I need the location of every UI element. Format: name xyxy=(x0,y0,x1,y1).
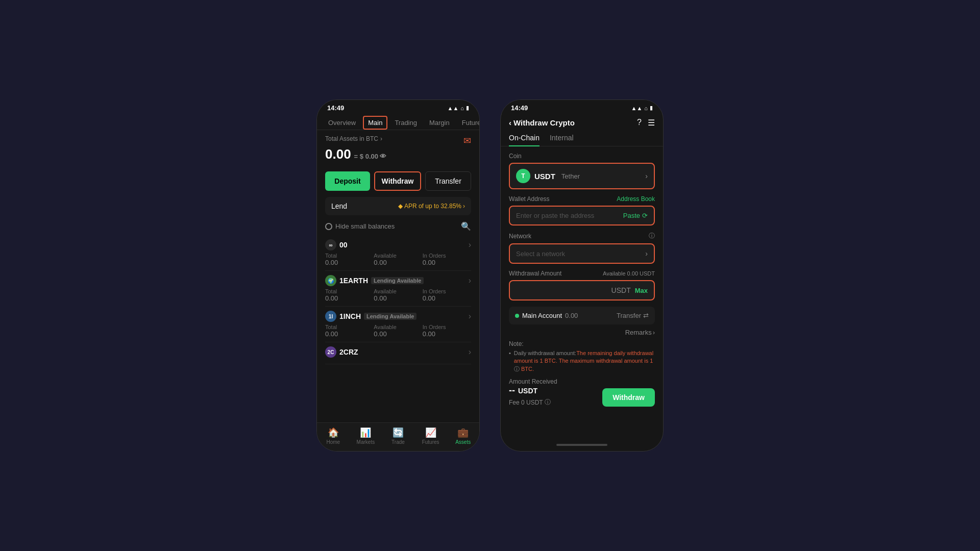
assets-label: Total Assets in BTC › xyxy=(325,135,382,142)
bal-col-total: Total 0.00 xyxy=(325,288,374,302)
asset-icon-1earth: 🌍 xyxy=(325,275,336,286)
nav-home[interactable]: 🏠 Home xyxy=(317,427,350,445)
note-title: Note: xyxy=(509,340,655,347)
fee-row: Fee 0 USDT ⓘ xyxy=(509,398,557,407)
left-content: Overview Main Trading Margin Futures Tot… xyxy=(317,114,479,451)
chain-tabs: On-Chain Internal xyxy=(501,130,663,146)
transfer-button[interactable]: Transfer xyxy=(425,171,471,191)
amount-unit: USDT xyxy=(611,286,631,294)
bal-col-available: Available 0.00 xyxy=(374,324,422,338)
note-text: Daily withdrawal amount:The remaining da… xyxy=(514,349,655,373)
nav-trade[interactable]: 🔄 Trade xyxy=(382,427,414,445)
withdraw-form: Coin T USDT Tether › Wallet Address Addr… xyxy=(501,146,663,441)
usdt-logo: T xyxy=(516,169,530,183)
list-item: 🌍 1EARTH Lending Available › Total 0.00 … xyxy=(325,271,471,307)
nav-futures[interactable]: 📈 Futures xyxy=(414,427,447,445)
asset-header-1inch[interactable]: 1I 1INCH Lending Available › xyxy=(325,311,471,322)
asset-icon-00: ∞ xyxy=(325,239,336,251)
markets-label: Markets xyxy=(357,439,375,445)
network-selector[interactable]: Select a network › xyxy=(509,243,655,264)
tab-futures[interactable]: Futures xyxy=(457,116,479,130)
eye-icon[interactable]: 👁 xyxy=(380,153,386,160)
asset-name-00: ∞ 00 xyxy=(325,239,348,251)
withdrawal-amount-label: Withdrawal Amount Available 0.00 USDT xyxy=(509,270,655,277)
paste-icon: ⟳ xyxy=(642,212,648,219)
asset-name-2crz: 2C 2CRZ xyxy=(325,346,358,358)
paste-button[interactable]: Paste ⟳ xyxy=(623,212,648,219)
nav-assets[interactable]: 💼 Assets xyxy=(447,427,479,445)
home-indicator xyxy=(556,444,607,446)
chevron-right-icon: › xyxy=(653,329,655,336)
coin-selector[interactable]: T USDT Tether › xyxy=(509,163,655,189)
transfer-icon: ⇄ xyxy=(643,312,649,319)
asset-balances-00: Total 0.00 Available 0.00 In Orders 0.00 xyxy=(325,253,471,266)
network-placeholder: Select a network xyxy=(516,250,565,258)
asset-icon-1inch: 1I xyxy=(325,311,336,322)
chevron-right-icon: › xyxy=(380,135,382,142)
right-phone: 14:49 ▲▲ ⌂ ▮ ‹ Withdraw Crypto ? ☰ On-Ch… xyxy=(500,99,664,452)
coin-symbol: USDT xyxy=(534,172,555,181)
asset-name-1earth: 🌍 1EARTH Lending Available xyxy=(325,275,424,286)
network-section: Network ⓘ Select a network › xyxy=(509,232,655,264)
withdraw-header: ‹ Withdraw Crypto ? ☰ xyxy=(501,114,663,130)
asset-balances-1inch: Total 0.00 Available 0.00 In Orders 0.00 xyxy=(325,324,471,338)
balance-toggle: Hide small balances 🔍 xyxy=(317,217,479,235)
search-icon[interactable]: 🔍 xyxy=(461,221,471,231)
lend-label: Lend xyxy=(331,202,347,210)
status-icons-right: ▲▲ ⌂ ▮ xyxy=(631,105,653,111)
received-label: Amount Received xyxy=(509,378,557,385)
list-item: 2C 2CRZ › xyxy=(325,342,471,364)
list-icon[interactable]: ☰ xyxy=(648,118,655,128)
tab-trading[interactable]: Trading xyxy=(389,116,422,130)
tab-margin[interactable]: Margin xyxy=(424,116,455,130)
max-button[interactable]: Max xyxy=(635,287,648,294)
tab-overview[interactable]: Overview xyxy=(323,116,361,130)
wallet-address-section: Wallet Address Address Book Enter or pas… xyxy=(509,195,655,226)
transfer-link[interactable]: Transfer ⇄ xyxy=(617,312,649,319)
asset-header-1earth[interactable]: 🌍 1EARTH Lending Available › xyxy=(325,275,471,286)
note-highlight-btc: BTC. xyxy=(521,366,534,372)
assets-label-nav: Assets xyxy=(455,439,471,445)
bal-col-available: Available 0.00 xyxy=(374,288,422,302)
header-icons: ? ☰ xyxy=(637,118,655,128)
chevron-right-icon: › xyxy=(645,172,648,180)
status-bar-left: 14:49 ▲▲ ⌂ ▮ xyxy=(317,100,479,114)
mail-icon[interactable]: ✉ xyxy=(463,135,471,146)
home-label: Home xyxy=(326,439,340,445)
toggle-left[interactable]: Hide small balances xyxy=(325,222,395,230)
bal-col-orders: In Orders 0.00 xyxy=(423,324,471,338)
bal-col-total: Total 0.00 xyxy=(325,324,374,338)
note-bullet: • Daily withdrawal amount:The remaining … xyxy=(509,349,655,373)
question-icon[interactable]: ? xyxy=(637,118,642,128)
account-name: Main Account xyxy=(522,312,562,319)
withdraw-button[interactable]: Withdraw xyxy=(602,388,655,407)
received-unit: USDT xyxy=(518,387,537,395)
remarks-link[interactable]: Remarks › xyxy=(625,329,655,336)
amount-received: Amount Received -- USDT Fee 0 USDT ⓘ xyxy=(509,378,557,407)
remarks-row: Remarks › xyxy=(509,329,655,336)
wifi-icon: ⌂ xyxy=(460,105,464,111)
list-item: ∞ 00 › Total 0.00 Available 0.00 I xyxy=(325,235,471,271)
tab-internal[interactable]: Internal xyxy=(550,132,574,146)
note-highlight: The remaining daily withdrawal amount is… xyxy=(514,350,653,364)
back-button[interactable]: ‹ Withdraw Crypto xyxy=(509,118,575,127)
network-label: Network ⓘ xyxy=(509,232,655,240)
tab-main[interactable]: Main xyxy=(363,116,387,130)
green-dot-icon xyxy=(515,314,519,318)
withdraw-button[interactable]: Withdraw xyxy=(374,171,421,191)
amount-field[interactable]: USDT Max xyxy=(509,280,655,300)
tab-on-chain[interactable]: On-Chain xyxy=(509,132,540,146)
nav-markets[interactable]: 📊 Markets xyxy=(350,427,382,445)
toggle-radio[interactable] xyxy=(325,223,332,230)
withdrawal-amount-section: Withdrawal Amount Available 0.00 USDT US… xyxy=(509,270,655,300)
bal-col-orders: In Orders 0.00 xyxy=(423,253,471,266)
asset-header-2crz[interactable]: 2C 2CRZ › xyxy=(325,346,471,358)
info-icon-note: ⓘ xyxy=(514,366,520,372)
address-book-link[interactable]: Address Book xyxy=(617,195,655,203)
asset-header-00[interactable]: ∞ 00 › xyxy=(325,239,471,251)
deposit-button[interactable]: Deposit xyxy=(325,171,370,191)
coin-left: T USDT Tether xyxy=(516,169,580,183)
assets-header: Total Assets in BTC › ✉ 0.00 = $ 0.00 👁 xyxy=(317,130,479,167)
lend-banner[interactable]: Lend ◆ APR of up to 32.85% › xyxy=(325,197,471,215)
address-input[interactable]: Enter or paste the address Paste ⟳ xyxy=(509,206,655,226)
